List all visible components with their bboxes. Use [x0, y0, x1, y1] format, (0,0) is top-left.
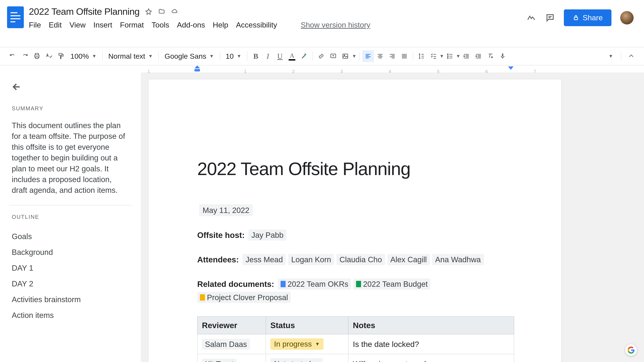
line-spacing-button[interactable]	[416, 50, 427, 62]
fontsize-select[interactable]: 10▼	[223, 52, 244, 60]
style-select[interactable]: Normal text▼	[105, 52, 156, 60]
page[interactable]: 2022 Team Offsite Planning May 11, 2022 …	[148, 80, 561, 362]
svg-point-5	[448, 56, 448, 57]
spellcheck-button[interactable]	[43, 50, 55, 62]
chevron-down-icon: ▼	[315, 342, 320, 347]
align-justify-button[interactable]	[399, 50, 410, 62]
attendee-chip[interactable]: Alex Cagill	[388, 254, 430, 265]
checklist-dropdown[interactable]: ▼	[440, 50, 444, 62]
link-button[interactable]	[316, 50, 327, 62]
outline-item[interactable]: Activities brainstorm	[12, 292, 129, 307]
google-badge-icon[interactable]	[625, 344, 637, 356]
related-doc-chip[interactable]: 2022 Team OKRs	[278, 278, 351, 290]
host-label: Offsite host:	[197, 230, 245, 240]
svg-point-4	[448, 54, 448, 55]
status-chip[interactable]: In progress ▼	[270, 338, 324, 350]
outline-item[interactable]: DAY 1	[12, 260, 129, 276]
menu-edit[interactable]: Edit	[49, 20, 62, 29]
attendee-chip[interactable]: Jess Mead	[242, 254, 286, 265]
chevron-down-icon: ▼	[92, 54, 96, 59]
separator	[247, 52, 247, 61]
outline-item[interactable]: Background	[12, 244, 129, 260]
font-select[interactable]: Google Sans▼	[162, 52, 217, 60]
separator	[158, 52, 159, 61]
highlight-button[interactable]	[298, 50, 310, 62]
user-avatar[interactable]	[620, 11, 634, 24]
attendee-chip[interactable]: Logan Korn	[288, 254, 334, 265]
table-header: Reviewer	[198, 316, 266, 334]
clear-format-button[interactable]	[485, 50, 496, 62]
undo-button[interactable]	[7, 50, 18, 62]
outdent-button[interactable]	[461, 50, 472, 62]
underline-button[interactable]: U	[274, 50, 286, 62]
share-button[interactable]: Share	[564, 10, 612, 26]
host-chip[interactable]: Jay Pabb	[248, 230, 286, 240]
ruler[interactable]: 1 1 2 3 4 5 6 7	[0, 66, 644, 72]
related-doc-chip[interactable]: Project Clover Proposal	[197, 292, 291, 303]
menu-addons[interactable]: Add-ons	[177, 20, 205, 29]
toolbar: 100%▼ Normal text▼ Google Sans▼ 10▼ B I …	[0, 47, 644, 66]
align-right-button[interactable]	[386, 50, 398, 62]
more-button[interactable]: ▼	[605, 50, 616, 62]
move-folder-icon[interactable]	[158, 8, 166, 16]
reviewer-chip[interactable]: Salam Daas	[202, 339, 250, 350]
attendee-chip[interactable]: Claudia Cho	[336, 254, 385, 265]
reviewer-chip[interactable]: Kit Trant	[202, 359, 237, 362]
svg-rect-7	[502, 54, 503, 56]
indent-top-marker[interactable]	[194, 66, 200, 68]
collapse-button[interactable]	[626, 50, 637, 62]
bullet-list-dropdown[interactable]: ▼	[456, 50, 460, 62]
outline-item[interactable]: Action items	[12, 307, 129, 323]
summary-text: This document outlines the plan for a te…	[12, 120, 129, 196]
back-button[interactable]	[12, 82, 22, 92]
notes-cell[interactable]: Will review next week	[348, 354, 514, 362]
outline-item[interactable]: DAY 2	[12, 276, 129, 292]
status-chip[interactable]: Not started ▼	[270, 358, 323, 362]
italic-button[interactable]: I	[262, 50, 274, 62]
related-doc-chip[interactable]: 2022 Team Budget	[353, 278, 430, 290]
print-button[interactable]	[31, 50, 42, 62]
menu-format[interactable]: Format	[120, 20, 144, 29]
indent-bottom-marker[interactable]	[194, 69, 200, 72]
checklist-button[interactable]	[428, 50, 439, 62]
menu-view[interactable]: View	[70, 20, 86, 29]
menu-help[interactable]: Help	[213, 20, 228, 29]
zoom-select[interactable]: 100%▼	[68, 52, 100, 60]
text-color-button[interactable]: A	[286, 50, 298, 62]
align-center-button[interactable]	[374, 50, 386, 62]
menu-accessibility[interactable]: Accessibility	[236, 20, 277, 29]
right-margin-marker[interactable]	[508, 66, 514, 70]
date-chip[interactable]: May 11, 2022	[199, 204, 253, 216]
header: 2022 Team Offsite Planning File Edit Vie…	[0, 0, 644, 47]
version-history-link[interactable]: Show version history	[301, 20, 370, 29]
document-canvas[interactable]: 2022 Team Offsite Planning May 11, 2022 …	[141, 72, 644, 362]
activity-icon[interactable]	[526, 13, 536, 23]
svg-point-3	[344, 55, 345, 56]
menu-tools[interactable]: Tools	[152, 20, 169, 29]
separator	[102, 52, 103, 61]
notes-cell[interactable]: Is the date locked?	[348, 334, 514, 354]
comment-button[interactable]	[328, 50, 339, 62]
voice-type-button[interactable]	[497, 50, 508, 62]
outline-item[interactable]: Goals	[12, 228, 129, 244]
comment-history-icon[interactable]	[545, 13, 555, 23]
svg-point-6	[448, 58, 448, 58]
align-left-button[interactable]	[362, 50, 374, 62]
paint-format-button[interactable]	[55, 50, 67, 62]
document-title[interactable]: 2022 Team Offsite Planning	[29, 6, 140, 17]
menu-file[interactable]: File	[29, 20, 41, 29]
indent-button[interactable]	[473, 50, 484, 62]
summary-label: SUMMARY	[12, 105, 129, 112]
document-heading[interactable]: 2022 Team Offsite Planning	[197, 158, 514, 179]
image-dropdown[interactable]: ▼	[352, 50, 357, 62]
cloud-status-icon[interactable]	[171, 8, 179, 16]
redo-button[interactable]	[19, 50, 30, 62]
menu-insert[interactable]: Insert	[94, 20, 112, 29]
bold-button[interactable]: B	[250, 50, 262, 62]
attendee-chip[interactable]: Ana Wadhwa	[432, 254, 484, 265]
bullet-list-button[interactable]	[444, 50, 456, 62]
image-button[interactable]	[340, 50, 351, 62]
star-icon[interactable]	[144, 8, 152, 16]
separator	[312, 52, 313, 61]
docs-logo-icon[interactable]	[7, 6, 24, 28]
